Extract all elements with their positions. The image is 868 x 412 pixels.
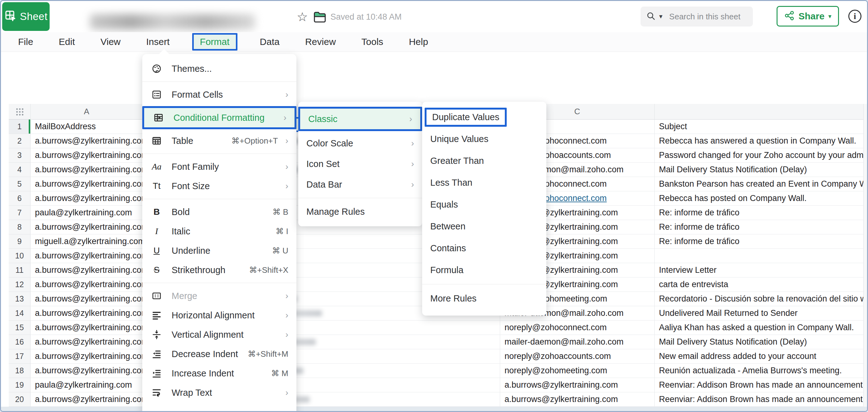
format-menu-item-bold[interactable]: BBold⌘ B bbox=[142, 202, 297, 222]
cell-A14[interactable]: a.burrows@zylkertraining.com bbox=[31, 306, 143, 321]
cell-D8[interactable]: Re: informe de tráfico bbox=[655, 220, 868, 234]
cell-A19[interactable]: paula@zylkertraining.com bbox=[31, 378, 143, 392]
row-header-8[interactable]: 8 bbox=[9, 220, 31, 234]
menu-item-view[interactable]: View bbox=[97, 35, 124, 49]
cell-D19[interactable]: Reenviar: Addison Brown has made an anno… bbox=[655, 378, 868, 392]
menu-item-tools[interactable]: Tools bbox=[358, 35, 386, 49]
menu-item-review[interactable]: Review bbox=[302, 35, 339, 49]
cell-A3[interactable]: a.burrows@zylkertraining.com bbox=[31, 148, 143, 163]
cell-A7[interactable]: paula@zylkertraining.com bbox=[31, 206, 143, 220]
sheet-logo[interactable]: Sheet bbox=[2, 2, 50, 31]
document-title-blurred[interactable] bbox=[90, 14, 255, 30]
classic-menu-item-between[interactable]: Between bbox=[422, 215, 546, 237]
cell-D4[interactable]: Mail Delivery Status Notification (Delay… bbox=[655, 163, 868, 177]
cell-A13[interactable]: a.burrows@zylkertraining.com bbox=[31, 292, 143, 306]
share-button[interactable]: Share ▾ bbox=[777, 6, 839, 27]
classic-menu-item-greater-than[interactable]: Greater Than bbox=[422, 150, 546, 172]
cell-C16[interactable]: mailer-daemon@mail.zoho.com bbox=[500, 335, 655, 349]
cf-menu-item-classic[interactable]: Classic› bbox=[298, 107, 422, 131]
cell-D12[interactable]: carta de entrevista bbox=[655, 277, 868, 292]
format-menu-item-themes[interactable]: Themes... bbox=[142, 59, 297, 78]
horizontal-scrollbar-track[interactable] bbox=[1, 407, 867, 412]
classic-menu-item-formula[interactable]: Formula bbox=[422, 259, 546, 281]
row-header-11[interactable]: 11 bbox=[9, 263, 31, 277]
cell-A1[interactable]: MailBoxAddress bbox=[31, 120, 143, 134]
cf-menu-item-icon-set[interactable]: Icon Set› bbox=[298, 153, 422, 174]
cell-A2[interactable]: a.burrows@zylkertraining.com bbox=[31, 134, 143, 148]
cell-D1[interactable]: Subject bbox=[655, 120, 868, 134]
format-menu-item-underline[interactable]: UUnderline⌘ U bbox=[142, 241, 297, 260]
vertical-scrollbar-track[interactable] bbox=[863, 104, 868, 407]
classic-menu-item-contains[interactable]: Contains bbox=[422, 237, 546, 259]
format-menu-item-increase-indent[interactable]: Increase Indent⌘ M bbox=[142, 364, 297, 383]
cell-C20[interactable]: a.burrows@zylkertraining.com bbox=[500, 392, 655, 407]
classic-menu-item-unique-values[interactable]: Unique Values bbox=[422, 128, 546, 150]
cf-menu-item-data-bar[interactable]: Data Bar› bbox=[298, 174, 422, 195]
row-header-16[interactable]: 16 bbox=[9, 335, 31, 349]
cell-C18[interactable]: noreply@zohomeeting.com bbox=[500, 364, 655, 378]
favorite-star-icon[interactable]: ☆ bbox=[297, 10, 308, 24]
row-header-9[interactable]: 9 bbox=[9, 234, 31, 249]
format-menu-item-wrap-text[interactable]: Wrap Text› bbox=[142, 383, 297, 402]
cell-D2[interactable]: Rebecca has answered a question in Compa… bbox=[655, 134, 868, 148]
cell-A4[interactable]: a.burrows@zylkertraining.com bbox=[31, 163, 143, 177]
cell-A15[interactable]: a.burrows@zylkertraining.com bbox=[31, 321, 143, 335]
row-header-3[interactable]: 3 bbox=[9, 148, 31, 163]
classic-menu-item-duplicate-values[interactable]: Duplicate Values bbox=[422, 106, 546, 128]
cell-A17[interactable]: a.burrows@zylkertraining.com bbox=[31, 349, 143, 364]
format-menu-item-merge[interactable]: Merge› bbox=[142, 286, 297, 305]
row-header-15[interactable]: 15 bbox=[9, 321, 31, 335]
cell-C19[interactable]: a.burrows@zylkertraining.com bbox=[500, 378, 655, 392]
format-menu-item-strikethrough[interactable]: SStrikethrough⌘+Shift+X bbox=[142, 260, 297, 279]
cell-D18[interactable]: Reunión actualizada - Amelia Burrows's m… bbox=[655, 364, 868, 378]
select-all-corner[interactable] bbox=[9, 104, 31, 120]
cell-D3[interactable]: Password changed for your Zoho account b… bbox=[655, 148, 868, 163]
row-header-2[interactable]: 2 bbox=[9, 134, 31, 148]
menu-item-help[interactable]: Help bbox=[406, 35, 431, 49]
cell-A5[interactable]: a.burrows@zylkertraining.com bbox=[31, 177, 143, 191]
cell-A18[interactable]: a.burrows@zylkertraining.com bbox=[31, 364, 143, 378]
row-header-1[interactable]: 1 bbox=[9, 120, 31, 134]
classic-menu-item-more-rules[interactable]: More Rules bbox=[422, 288, 546, 309]
cell-D16[interactable]: Mail Delivery Status Notification (Delay… bbox=[655, 335, 868, 349]
cell-D15[interactable]: Aaliya Khan has asked a question in Comp… bbox=[655, 321, 868, 335]
row-header-12[interactable]: 12 bbox=[9, 277, 31, 292]
row-header-14[interactable]: 14 bbox=[9, 306, 31, 321]
cell-D6[interactable]: Rebecca has posted on Company Wall. bbox=[655, 191, 868, 206]
column-header-d[interactable] bbox=[655, 104, 868, 120]
info-button[interactable]: i bbox=[848, 10, 862, 23]
row-header-6[interactable]: 6 bbox=[9, 191, 31, 206]
cell-A12[interactable]: a.burrows@zylkertraining.com bbox=[31, 277, 143, 292]
search-input[interactable]: ▼ Search in this sheet bbox=[641, 6, 753, 27]
cell-D13[interactable]: Recordatorio - Discusión sobre la renova… bbox=[655, 292, 868, 306]
format-menu-item-italic[interactable]: IItalic⌘ I bbox=[142, 222, 297, 241]
column-header-A[interactable]: A bbox=[31, 104, 143, 120]
format-menu-item-font-family[interactable]: AaFont Family› bbox=[142, 157, 297, 176]
row-header-18[interactable]: 18 bbox=[9, 364, 31, 378]
cell-A16[interactable]: a.burrows@zylkertraining.com bbox=[31, 335, 143, 349]
format-menu-item-table[interactable]: Table⌘+Option+T› bbox=[142, 131, 297, 150]
cell-C15[interactable]: noreply@zohoconnect.com bbox=[500, 321, 655, 335]
row-header-20[interactable]: 20 bbox=[9, 392, 31, 407]
cf-menu-item-manage-rules[interactable]: Manage Rules bbox=[298, 201, 422, 222]
row-header-19[interactable]: 19 bbox=[9, 378, 31, 392]
cell-A10[interactable]: a.burrows@zylkertraining.com bbox=[31, 249, 143, 263]
folder-icon[interactable] bbox=[313, 11, 327, 25]
cell-D14[interactable]: Undelivered Mail Returned to Sender bbox=[655, 306, 868, 321]
row-header-7[interactable]: 7 bbox=[9, 206, 31, 220]
cell-D20[interactable]: Reenviar: Addison Brown has made an anno… bbox=[655, 392, 868, 407]
menu-item-edit[interactable]: Edit bbox=[56, 35, 78, 49]
cell-D5[interactable]: Bankston Pearson has created an Event in… bbox=[655, 177, 868, 191]
cf-menu-item-color-scale[interactable]: Color Scale› bbox=[298, 133, 422, 153]
format-menu-item-conditional-formatting[interactable]: Conditional Formatting› bbox=[142, 106, 297, 129]
search-scope-chevron-icon[interactable]: ▼ bbox=[658, 13, 664, 20]
cell-D11[interactable]: Interview Letter bbox=[655, 263, 868, 277]
classic-menu-item-less-than[interactable]: Less Than bbox=[422, 172, 546, 194]
format-menu-item-format-cells[interactable]: Format Cells› bbox=[142, 85, 297, 104]
cell-A6[interactable]: a.burrows@zylkertraining.com bbox=[31, 191, 143, 206]
menu-item-insert[interactable]: Insert bbox=[143, 35, 173, 49]
cell-D17[interactable]: New email address added to your account bbox=[655, 349, 868, 364]
cell-D7[interactable]: Re: informe de tráfico bbox=[655, 206, 868, 220]
menu-item-data[interactable]: Data bbox=[257, 35, 283, 49]
format-menu-item-vertical-alignment[interactable]: Vertical Alignment› bbox=[142, 325, 297, 344]
